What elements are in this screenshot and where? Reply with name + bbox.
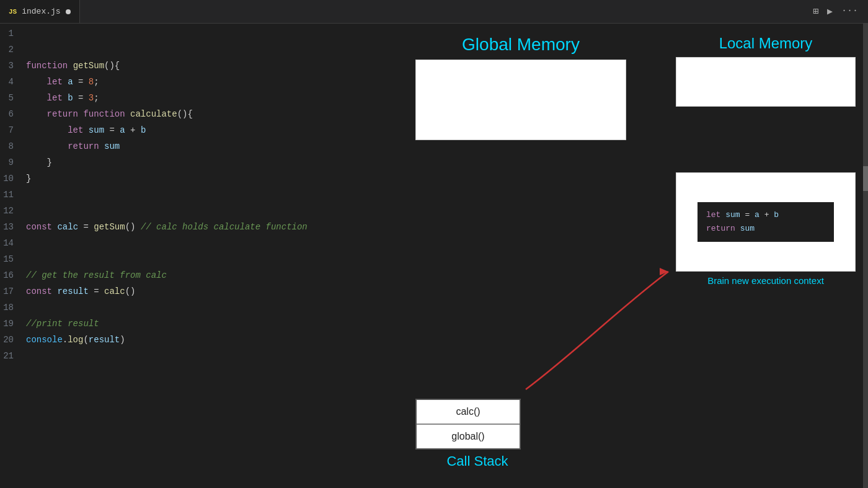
- line-number: 9: [0, 157, 26, 167]
- line-number: 15: [0, 254, 26, 264]
- global-memory-box: [415, 60, 626, 140]
- code-line: 20console.log(result): [0, 335, 384, 351]
- exec-context-section: let sum = a + b return sum Brain new exe…: [676, 172, 856, 286]
- line-number: 18: [0, 303, 26, 313]
- code-line: 12: [0, 206, 384, 222]
- code-line: 7 let sum = a + b: [0, 125, 384, 141]
- code-line: 3function getSum(){: [0, 61, 384, 77]
- code-line: 13const calc = getSum() // calc holds ca…: [0, 222, 384, 238]
- line-code: const calc = getSum() // calc holds calc…: [26, 222, 308, 232]
- code-line: 8 return sum: [0, 141, 384, 157]
- code-line: 21: [0, 351, 384, 367]
- line-number: 7: [0, 125, 26, 135]
- local-memory-section: Local Memory: [676, 35, 856, 107]
- right-panel: Global Memory Local Memory let sum = a +…: [384, 24, 868, 488]
- js-badge: JS: [9, 8, 17, 16]
- exec-context-box: let sum = a + b return sum: [676, 172, 856, 272]
- code-line: 6 return function calculate(){: [0, 109, 384, 125]
- exec-line-1: let sum = a + b: [706, 208, 825, 222]
- line-number: 6: [0, 109, 26, 119]
- code-editor: 123function getSum(){4 let a = 8;5 let b…: [0, 24, 384, 488]
- code-line: 2: [0, 45, 384, 61]
- code-line: 4 let a = 8;: [0, 77, 384, 93]
- line-number: 14: [0, 238, 26, 248]
- line-number: 19: [0, 319, 26, 329]
- code-line: 14: [0, 238, 384, 254]
- line-number: 12: [0, 206, 26, 216]
- call-stack-box: calc()global(): [415, 399, 521, 450]
- call-stack-item: global(): [417, 425, 520, 448]
- line-number: 11: [0, 190, 26, 200]
- code-line: 9 }: [0, 157, 384, 174]
- line-number: 16: [0, 270, 26, 280]
- line-number: 17: [0, 286, 26, 296]
- code-line: 15: [0, 254, 384, 270]
- line-code: // get the result from calc: [26, 270, 167, 280]
- code-line: 11: [0, 190, 384, 206]
- code-line: 5 let b = 3;: [0, 93, 384, 109]
- global-memory-section: Global Memory: [415, 35, 626, 140]
- line-code: let b = 3;: [26, 93, 99, 103]
- call-stack-section: calc()global() Call Stack: [415, 399, 539, 469]
- modified-dot: [66, 9, 71, 14]
- line-number: 1: [0, 29, 26, 38]
- local-memory-box: [676, 57, 856, 107]
- line-code: function getSum(){: [26, 61, 120, 71]
- code-line: 1: [0, 29, 384, 45]
- code-line: 10}: [0, 174, 384, 190]
- code-line: 16// get the result from calc: [0, 270, 384, 286]
- line-number: 2: [0, 45, 26, 55]
- tab-bar: JS index.js ⊞ ▶ ···: [0, 0, 868, 24]
- call-stack-title: Call Stack: [415, 453, 539, 469]
- code-line: 18: [0, 303, 384, 319]
- exec-context-label: Brain new execution context: [676, 275, 856, 286]
- exec-line-2: return sum: [706, 222, 825, 236]
- arrowhead: [660, 268, 668, 275]
- local-memory-title: Local Memory: [676, 35, 856, 52]
- play-icon[interactable]: ▶: [827, 6, 833, 17]
- line-code: let sum = a + b: [26, 125, 146, 135]
- line-code: //print result: [26, 319, 99, 329]
- scrollbar-thumb[interactable]: [863, 166, 868, 191]
- scrollbar[interactable]: [863, 24, 868, 488]
- line-code: return function calculate(){: [26, 109, 193, 119]
- line-code: console.log(result): [26, 335, 125, 345]
- line-code: let a = 8;: [26, 77, 99, 87]
- filename: index.js: [22, 7, 60, 16]
- call-stack-arrow: [526, 272, 668, 389]
- line-code: return sum: [26, 141, 120, 151]
- line-code: }: [26, 157, 52, 167]
- call-stack-item: calc(): [417, 400, 520, 425]
- line-number: 21: [0, 351, 26, 361]
- more-icon[interactable]: ···: [841, 6, 858, 17]
- file-tab[interactable]: JS index.js: [0, 0, 80, 23]
- toolbar-icons: ⊞ ▶ ···: [813, 6, 868, 17]
- line-code: }: [26, 174, 31, 184]
- split-editor-icon[interactable]: ⊞: [813, 6, 818, 17]
- line-number: 5: [0, 93, 26, 103]
- line-number: 3: [0, 61, 26, 71]
- global-memory-title: Global Memory: [415, 35, 626, 55]
- line-number: 8: [0, 141, 26, 151]
- line-number: 4: [0, 77, 26, 87]
- line-number: 13: [0, 222, 26, 232]
- line-code: const result = calc(): [26, 286, 135, 296]
- code-line: 19//print result: [0, 319, 384, 335]
- line-number: 10: [0, 174, 26, 184]
- main-area: 123function getSum(){4 let a = 8;5 let b…: [0, 24, 868, 488]
- code-line: 17const result = calc(): [0, 286, 384, 303]
- exec-code-block: let sum = a + b return sum: [698, 202, 834, 242]
- line-number: 20: [0, 335, 26, 345]
